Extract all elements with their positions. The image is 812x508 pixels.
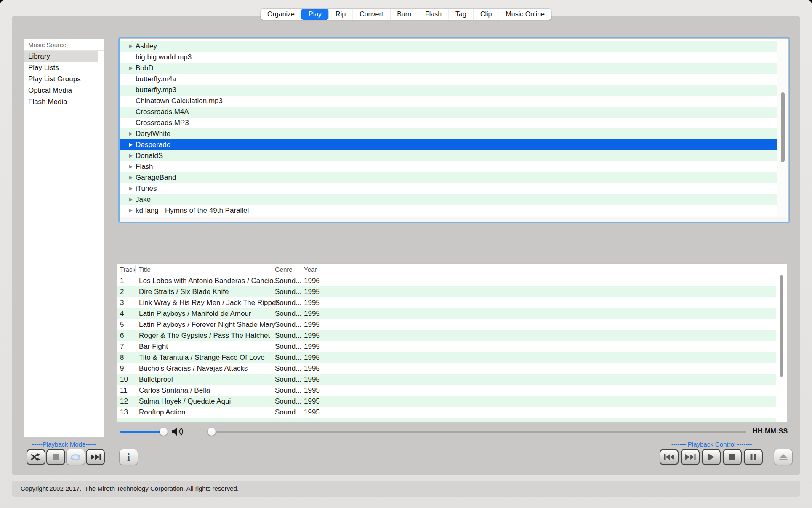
- table-row[interactable]: 11Carlos Santana / BellaSound...1995: [117, 385, 776, 396]
- tree-row[interactable]: Chinatown Calculation.mp3: [120, 96, 777, 107]
- year-cell: 1995: [304, 297, 320, 308]
- pause-button[interactable]: [744, 449, 763, 465]
- table-row[interactable]: 3Link Wray & His Ray Men / Jack The Ripp…: [117, 297, 776, 308]
- sidebar-item-library[interactable]: Library: [24, 51, 98, 62]
- volume-slider-thumb[interactable]: [160, 428, 168, 436]
- disclosure-triangle-icon[interactable]: [129, 66, 133, 70]
- tree-row[interactable]: Jake: [120, 194, 777, 205]
- column-header-genre[interactable]: Genre: [275, 264, 293, 275]
- disclosure-triangle-icon[interactable]: [129, 44, 133, 48]
- tab-play[interactable]: Play: [301, 9, 328, 20]
- table-row[interactable]: 2Dire Straits / Six Blade KnifeSound...1…: [117, 286, 776, 297]
- genre-cell: Sound...: [275, 363, 301, 374]
- tree-row[interactable]: Flash: [120, 161, 777, 172]
- table-row[interactable]: 1Los Lobos with Antonio Banderas / Canci…: [117, 275, 776, 286]
- disclosure-triangle-icon[interactable]: [129, 132, 133, 136]
- sidebar-item-optical-media[interactable]: Optical Media: [24, 85, 98, 96]
- disclosure-triangle-icon[interactable]: [129, 154, 133, 158]
- progress-slider-thumb[interactable]: [208, 428, 216, 436]
- tree-row[interactable]: GarageBand: [120, 172, 777, 183]
- tree-scrollbar-thumb[interactable]: [781, 92, 785, 162]
- progress-slider-track[interactable]: [210, 431, 746, 433]
- skip-to-end-button[interactable]: [86, 449, 105, 465]
- table-row[interactable]: 5Latin Playboys / Forever Night Shade Ma…: [117, 319, 776, 330]
- tree-row-label: big,big world.mp3: [136, 53, 192, 61]
- tree-row[interactable]: Crossroads.MP3: [120, 118, 777, 128]
- title-cell: Latin Playboys / Forever Night Shade Mar…: [139, 319, 275, 330]
- column-header-title[interactable]: Title: [139, 264, 151, 275]
- stop-button[interactable]: [723, 449, 742, 465]
- disclosure-triangle-icon[interactable]: [129, 176, 133, 180]
- tree-row[interactable]: butterfly.m4a: [120, 74, 777, 85]
- sidebar-item-play-lists[interactable]: Play Lists: [24, 62, 98, 73]
- info-icon: i: [127, 452, 130, 463]
- title-cell: Carlos Santana / Bella: [139, 385, 210, 396]
- eject-button[interactable]: [774, 449, 793, 465]
- column-header-track[interactable]: Track: [120, 264, 136, 275]
- shuffle-button[interactable]: [27, 449, 45, 465]
- table-row[interactable]: 8Tito & Tarantula / Strange Face Of Love…: [117, 352, 776, 363]
- table-row[interactable]: 12Salma Hayek / Quedate AquiSound...1995: [117, 396, 776, 407]
- previous-track-button[interactable]: [660, 449, 679, 465]
- disclosure-triangle-icon[interactable]: [129, 187, 133, 191]
- table-row[interactable]: 9Bucho's Gracias / Navajas AttacksSound.…: [117, 363, 776, 374]
- tree-row-label: Desperado: [136, 141, 170, 149]
- tab-organize[interactable]: Organize: [261, 9, 301, 20]
- table-scrollbar-track[interactable]: [776, 275, 787, 422]
- track-cell: 4: [120, 308, 124, 319]
- year-cell: 1995: [304, 286, 320, 297]
- tab-burn[interactable]: Burn: [390, 9, 418, 20]
- info-button[interactable]: i: [119, 449, 138, 465]
- genre-cell: Sound...: [275, 319, 301, 330]
- tree-row[interactable]: Ashley: [120, 41, 777, 52]
- table-row[interactable]: 4Latin Playboys / Manifold de AmourSound…: [117, 308, 776, 319]
- volume-slider-track[interactable]: [120, 431, 164, 433]
- sidebar-item-play-list-groups[interactable]: Play List Groups: [24, 73, 98, 85]
- play-button[interactable]: [702, 449, 721, 465]
- tree-row[interactable]: kd lang - Hymns of the 49th Parallel: [120, 205, 777, 216]
- tree-row[interactable]: butterfly.mp3: [120, 85, 777, 96]
- tree-row-label: Chinatown Calculation.mp3: [136, 97, 223, 105]
- stop-button[interactable]: [46, 449, 65, 465]
- tree-row[interactable]: BobD: [120, 63, 777, 74]
- column-header-year[interactable]: Year: [304, 264, 317, 275]
- tab-rip[interactable]: Rip: [328, 9, 352, 20]
- tree-row[interactable]: DonaldS: [120, 150, 777, 161]
- repeat-button[interactable]: [66, 449, 85, 465]
- column-separator: [777, 265, 777, 273]
- next-track-button[interactable]: [681, 449, 700, 465]
- tab-music-online[interactable]: Music Online: [498, 9, 551, 20]
- music-source-list: LibraryPlay ListsPlay List GroupsOptical…: [24, 51, 104, 107]
- tab-flash[interactable]: Flash: [418, 9, 448, 20]
- copyright-bar: Copyright 2002-2017. The Mireth Technolo…: [12, 481, 800, 497]
- table-row[interactable]: 10BulletproofSound...1995: [117, 374, 776, 385]
- track-cell: 9: [120, 363, 124, 374]
- disclosure-triangle-icon[interactable]: [129, 209, 133, 213]
- tab-convert[interactable]: Convert: [352, 9, 390, 20]
- tree-horizontal-scrollbar-track[interactable]: [120, 217, 788, 222]
- playback-mode-label: -----Playback Mode-----: [24, 441, 104, 448]
- track-table-rows: 1Los Lobos with Antonio Banderas / Canci…: [117, 275, 776, 418]
- track-table-header: TrackTitleGenreYear: [117, 264, 787, 275]
- table-row[interactable]: 6Roger & The Gypsies / Pass The HatchetS…: [117, 330, 776, 341]
- genre-cell: Sound...: [275, 396, 301, 407]
- tab-clip[interactable]: Clip: [473, 9, 499, 20]
- column-separator: [135, 265, 136, 273]
- table-row[interactable]: 7Bar FightSound...1995: [117, 341, 776, 352]
- tree-row[interactable]: DarylWhite: [120, 128, 777, 139]
- tree-row[interactable]: iTunes: [120, 183, 777, 194]
- track-cell: 3: [120, 297, 124, 308]
- table-scrollbar-thumb[interactable]: [780, 275, 783, 377]
- title-cell: Tito & Tarantula / Strange Face Of Love: [139, 352, 265, 363]
- table-row[interactable]: 13Rooftop ActionSound...1995: [117, 407, 776, 418]
- tab-tag[interactable]: Tag: [448, 9, 473, 20]
- playback-mode-buttons: [27, 449, 105, 465]
- tree-scrollbar-track[interactable]: [777, 39, 788, 217]
- tree-row[interactable]: Desperado: [120, 139, 777, 150]
- disclosure-triangle-icon[interactable]: [129, 165, 133, 169]
- sidebar-item-flash-media[interactable]: Flash Media: [24, 96, 98, 107]
- tree-row[interactable]: Crossroads.M4A: [120, 107, 777, 118]
- disclosure-triangle-icon[interactable]: [129, 198, 133, 202]
- disclosure-triangle-icon[interactable]: [129, 143, 133, 147]
- tree-row[interactable]: big,big world.mp3: [120, 52, 777, 63]
